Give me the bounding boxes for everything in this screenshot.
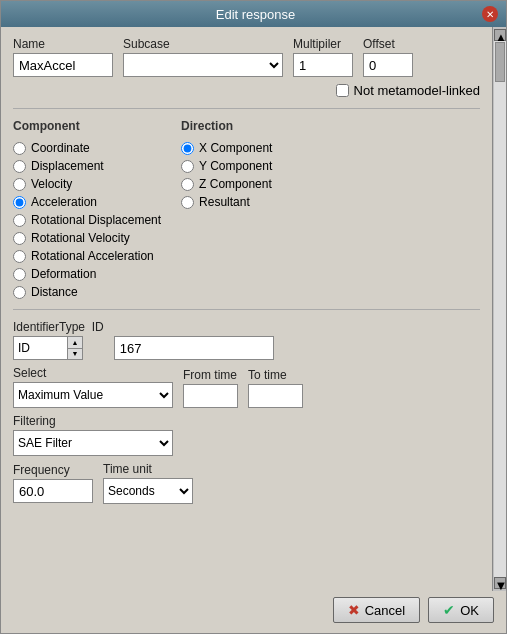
top-fields-row: Name Subcase Multipiler Offset [13,37,480,77]
radio-z-label: Z Component [199,177,272,191]
radio-displacement-input[interactable] [13,160,26,173]
multiplier-label: Multipiler [293,37,353,51]
radio-acceleration: Acceleration [13,195,161,209]
component-direction-area: Component Coordinate Displacement Veloci… [13,119,480,299]
ok-button[interactable]: ✔ OK [428,597,494,623]
window-title: Edit response [29,7,482,22]
cancel-label: Cancel [365,603,405,618]
id-type-input[interactable] [13,336,68,360]
frequency-group: Frequency [13,463,93,503]
radio-coordinate-input[interactable] [13,142,26,155]
scroll-down-button[interactable]: ▼ [494,577,506,589]
component-title: Component [13,119,161,133]
radio-rot-disp-label: Rotational Displacement [31,213,161,227]
select-dropdown[interactable]: Maximum Value Minimum Value Absolute Max… [13,382,173,408]
offset-label: Offset [363,37,413,51]
time-unit-label: Time unit [103,462,193,476]
select-row: Select Maximum Value Minimum Value Absol… [13,366,480,408]
radio-y-label: Y Component [199,159,272,173]
id-type-up-arrow[interactable]: ▲ [68,337,82,349]
radio-distance-label: Distance [31,285,78,299]
radio-rot-acc-input[interactable] [13,250,26,263]
title-bar: Edit response ✕ [1,1,506,27]
id-type-label: IdentifierType ID [13,320,104,334]
to-time-label: To time [248,368,303,382]
form-area: Name Subcase Multipiler Offset [1,27,492,591]
radio-rotational-displacement: Rotational Displacement [13,213,161,227]
filtering-select[interactable]: SAE Filter None Butterworth [13,430,173,456]
from-time-group: From time [183,368,238,408]
radio-deformation-input[interactable] [13,268,26,281]
radio-velocity-label: Velocity [31,177,72,191]
scroll-track [494,41,506,577]
multiplier-input[interactable] [293,53,353,77]
main-area: Name Subcase Multipiler Offset [1,27,506,591]
radio-resultant-input[interactable] [181,196,194,209]
scrollbar[interactable]: ▲ ▼ [492,27,506,591]
scroll-thumb[interactable] [495,42,505,82]
subcase-label: Subcase [123,37,283,51]
filtering-label: Filtering [13,414,480,428]
radio-x-label: X Component [199,141,272,155]
radio-coordinate: Coordinate [13,141,161,155]
divider-2 [13,309,480,310]
component-column: Component Coordinate Displacement Veloci… [13,119,161,299]
radio-y-input[interactable] [181,160,194,173]
close-button[interactable]: ✕ [482,6,498,22]
not-metamodel-label: Not metamodel-linked [354,83,480,98]
radio-z-component: Z Component [181,177,272,191]
name-label: Name [13,37,113,51]
radio-velocity-input[interactable] [13,178,26,191]
direction-title: Direction [181,119,272,133]
radio-deformation-label: Deformation [31,267,96,281]
radio-displacement: Displacement [13,159,161,173]
radio-rotational-acceleration: Rotational Acceleration [13,249,161,263]
radio-z-input[interactable] [181,178,194,191]
id-type-spinbox: ▲ ▼ [13,336,104,360]
to-time-input[interactable] [248,384,303,408]
from-time-input[interactable] [183,384,238,408]
subcase-group: Subcase [123,37,283,77]
frequency-label: Frequency [13,463,93,477]
radio-velocity: Velocity [13,177,161,191]
divider-1 [13,108,480,109]
radio-resultant-label: Resultant [199,195,250,209]
subcase-select[interactable] [123,53,283,77]
metamodel-row: Not metamodel-linked [13,83,480,98]
radio-coordinate-label: Coordinate [31,141,90,155]
time-unit-group: Time unit Seconds Milliseconds Microseco… [103,462,193,504]
from-time-label: From time [183,368,238,382]
name-input[interactable] [13,53,113,77]
cancel-icon: ✖ [348,602,360,618]
radio-rot-vel-label: Rotational Velocity [31,231,130,245]
id-type-down-arrow[interactable]: ▼ [68,349,82,360]
scroll-up-button[interactable]: ▲ [494,29,506,41]
radio-distance-input[interactable] [13,286,26,299]
radio-acceleration-input[interactable] [13,196,26,209]
cancel-button[interactable]: ✖ Cancel [333,597,420,623]
radio-rot-disp-input[interactable] [13,214,26,227]
filtering-group: Filtering SAE Filter None Butterworth [13,414,480,456]
radio-displacement-label: Displacement [31,159,104,173]
id-value-group: ID [114,320,274,360]
id-type-arrows: ▲ ▼ [68,336,83,360]
time-unit-select[interactable]: Seconds Milliseconds Microseconds [103,478,193,504]
bottom-buttons-area: ✖ Cancel ✔ OK [1,591,506,633]
frequency-input[interactable] [13,479,93,503]
radio-distance: Distance [13,285,161,299]
id-type-group: IdentifierType ID ▲ ▼ [13,320,104,360]
not-metamodel-checkbox[interactable] [336,84,349,97]
radio-y-component: Y Component [181,159,272,173]
to-time-group: To time [248,368,303,408]
radio-rot-vel-input[interactable] [13,232,26,245]
id-input[interactable] [114,336,274,360]
edit-response-window: Edit response ✕ Name Subcase Multipiler [0,0,507,634]
multiplier-group: Multipiler [293,37,353,77]
identifier-row: IdentifierType ID ▲ ▼ ID [13,320,480,360]
radio-resultant: Resultant [181,195,272,209]
offset-input[interactable] [363,53,413,77]
offset-group: Offset [363,37,413,77]
direction-column: Direction X Component Y Component Z Comp… [181,119,272,299]
radio-x-input[interactable] [181,142,194,155]
ok-label: OK [460,603,479,618]
